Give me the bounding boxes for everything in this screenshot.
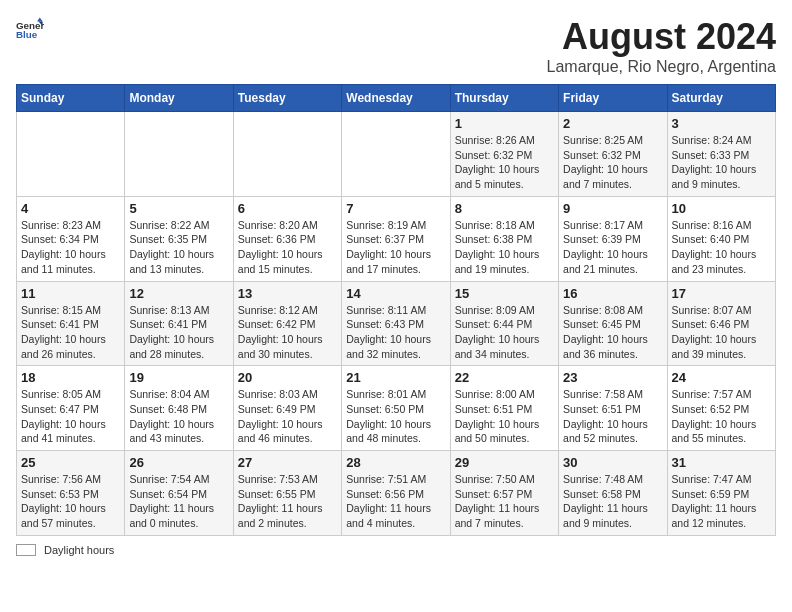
calendar-cell: 4Sunrise: 8:23 AM Sunset: 6:34 PM Daylig… [17,196,125,281]
day-of-week-header: Saturday [667,85,775,112]
calendar-cell: 21Sunrise: 8:01 AM Sunset: 6:50 PM Dayli… [342,366,450,451]
day-detail: Sunrise: 8:07 AM Sunset: 6:46 PM Dayligh… [672,303,771,362]
calendar-cell [17,112,125,197]
day-number: 18 [21,370,120,385]
day-detail: Sunrise: 8:24 AM Sunset: 6:33 PM Dayligh… [672,133,771,192]
day-detail: Sunrise: 7:53 AM Sunset: 6:55 PM Dayligh… [238,472,337,531]
calendar-cell: 12Sunrise: 8:13 AM Sunset: 6:41 PM Dayli… [125,281,233,366]
calendar-cell: 14Sunrise: 8:11 AM Sunset: 6:43 PM Dayli… [342,281,450,366]
legend-label: Daylight hours [44,544,114,556]
day-number: 3 [672,116,771,131]
day-number: 4 [21,201,120,216]
day-number: 31 [672,455,771,470]
legend-box [16,544,36,556]
calendar-cell: 5Sunrise: 8:22 AM Sunset: 6:35 PM Daylig… [125,196,233,281]
day-detail: Sunrise: 8:13 AM Sunset: 6:41 PM Dayligh… [129,303,228,362]
day-detail: Sunrise: 7:51 AM Sunset: 6:56 PM Dayligh… [346,472,445,531]
day-detail: Sunrise: 8:16 AM Sunset: 6:40 PM Dayligh… [672,218,771,277]
calendar-week-row: 18Sunrise: 8:05 AM Sunset: 6:47 PM Dayli… [17,366,776,451]
calendar-cell: 3Sunrise: 8:24 AM Sunset: 6:33 PM Daylig… [667,112,775,197]
day-detail: Sunrise: 8:20 AM Sunset: 6:36 PM Dayligh… [238,218,337,277]
logo: General Blue [16,16,44,44]
day-detail: Sunrise: 8:12 AM Sunset: 6:42 PM Dayligh… [238,303,337,362]
calendar-week-row: 4Sunrise: 8:23 AM Sunset: 6:34 PM Daylig… [17,196,776,281]
day-number: 16 [563,286,662,301]
day-number: 17 [672,286,771,301]
day-detail: Sunrise: 8:26 AM Sunset: 6:32 PM Dayligh… [455,133,554,192]
calendar-cell: 15Sunrise: 8:09 AM Sunset: 6:44 PM Dayli… [450,281,558,366]
day-detail: Sunrise: 7:58 AM Sunset: 6:51 PM Dayligh… [563,387,662,446]
page-header: General Blue August 2024 Lamarque, Rio N… [16,16,776,76]
calendar-cell: 29Sunrise: 7:50 AM Sunset: 6:57 PM Dayli… [450,451,558,536]
day-number: 12 [129,286,228,301]
header-row: SundayMondayTuesdayWednesdayThursdayFrid… [17,85,776,112]
day-detail: Sunrise: 7:54 AM Sunset: 6:54 PM Dayligh… [129,472,228,531]
day-detail: Sunrise: 8:11 AM Sunset: 6:43 PM Dayligh… [346,303,445,362]
main-title: August 2024 [547,16,776,58]
day-number: 19 [129,370,228,385]
day-number: 13 [238,286,337,301]
day-of-week-header: Thursday [450,85,558,112]
day-detail: Sunrise: 8:22 AM Sunset: 6:35 PM Dayligh… [129,218,228,277]
day-detail: Sunrise: 7:48 AM Sunset: 6:58 PM Dayligh… [563,472,662,531]
calendar-cell: 18Sunrise: 8:05 AM Sunset: 6:47 PM Dayli… [17,366,125,451]
day-detail: Sunrise: 8:15 AM Sunset: 6:41 PM Dayligh… [21,303,120,362]
calendar-cell [233,112,341,197]
day-detail: Sunrise: 7:47 AM Sunset: 6:59 PM Dayligh… [672,472,771,531]
day-detail: Sunrise: 8:23 AM Sunset: 6:34 PM Dayligh… [21,218,120,277]
day-number: 28 [346,455,445,470]
day-number: 6 [238,201,337,216]
day-number: 29 [455,455,554,470]
day-number: 9 [563,201,662,216]
calendar-cell: 17Sunrise: 8:07 AM Sunset: 6:46 PM Dayli… [667,281,775,366]
day-detail: Sunrise: 8:01 AM Sunset: 6:50 PM Dayligh… [346,387,445,446]
day-number: 30 [563,455,662,470]
day-of-week-header: Sunday [17,85,125,112]
day-number: 7 [346,201,445,216]
day-number: 24 [672,370,771,385]
day-detail: Sunrise: 8:04 AM Sunset: 6:48 PM Dayligh… [129,387,228,446]
calendar-cell: 31Sunrise: 7:47 AM Sunset: 6:59 PM Dayli… [667,451,775,536]
day-detail: Sunrise: 8:03 AM Sunset: 6:49 PM Dayligh… [238,387,337,446]
title-block: August 2024 Lamarque, Rio Negro, Argenti… [547,16,776,76]
calendar-table: SundayMondayTuesdayWednesdayThursdayFrid… [16,84,776,536]
calendar-cell [125,112,233,197]
day-number: 15 [455,286,554,301]
day-number: 11 [21,286,120,301]
calendar-cell: 2Sunrise: 8:25 AM Sunset: 6:32 PM Daylig… [559,112,667,197]
day-detail: Sunrise: 8:09 AM Sunset: 6:44 PM Dayligh… [455,303,554,362]
logo-icon: General Blue [16,16,44,44]
calendar-cell: 19Sunrise: 8:04 AM Sunset: 6:48 PM Dayli… [125,366,233,451]
day-of-week-header: Monday [125,85,233,112]
subtitle: Lamarque, Rio Negro, Argentina [547,58,776,76]
calendar-header: SundayMondayTuesdayWednesdayThursdayFrid… [17,85,776,112]
day-detail: Sunrise: 8:17 AM Sunset: 6:39 PM Dayligh… [563,218,662,277]
day-of-week-header: Tuesday [233,85,341,112]
calendar-cell: 10Sunrise: 8:16 AM Sunset: 6:40 PM Dayli… [667,196,775,281]
calendar-body: 1Sunrise: 8:26 AM Sunset: 6:32 PM Daylig… [17,112,776,536]
footer: Daylight hours [16,544,776,556]
calendar-cell: 30Sunrise: 7:48 AM Sunset: 6:58 PM Dayli… [559,451,667,536]
calendar-cell: 28Sunrise: 7:51 AM Sunset: 6:56 PM Dayli… [342,451,450,536]
day-of-week-header: Wednesday [342,85,450,112]
calendar-cell: 8Sunrise: 8:18 AM Sunset: 6:38 PM Daylig… [450,196,558,281]
day-number: 10 [672,201,771,216]
calendar-cell: 1Sunrise: 8:26 AM Sunset: 6:32 PM Daylig… [450,112,558,197]
calendar-cell: 13Sunrise: 8:12 AM Sunset: 6:42 PM Dayli… [233,281,341,366]
day-detail: Sunrise: 8:08 AM Sunset: 6:45 PM Dayligh… [563,303,662,362]
day-detail: Sunrise: 7:56 AM Sunset: 6:53 PM Dayligh… [21,472,120,531]
day-number: 23 [563,370,662,385]
calendar-cell [342,112,450,197]
day-number: 1 [455,116,554,131]
day-detail: Sunrise: 7:50 AM Sunset: 6:57 PM Dayligh… [455,472,554,531]
day-detail: Sunrise: 8:19 AM Sunset: 6:37 PM Dayligh… [346,218,445,277]
calendar-cell: 27Sunrise: 7:53 AM Sunset: 6:55 PM Dayli… [233,451,341,536]
day-number: 25 [21,455,120,470]
calendar-cell: 23Sunrise: 7:58 AM Sunset: 6:51 PM Dayli… [559,366,667,451]
calendar-cell: 11Sunrise: 8:15 AM Sunset: 6:41 PM Dayli… [17,281,125,366]
calendar-cell: 9Sunrise: 8:17 AM Sunset: 6:39 PM Daylig… [559,196,667,281]
calendar-week-row: 1Sunrise: 8:26 AM Sunset: 6:32 PM Daylig… [17,112,776,197]
day-of-week-header: Friday [559,85,667,112]
day-number: 27 [238,455,337,470]
day-detail: Sunrise: 8:00 AM Sunset: 6:51 PM Dayligh… [455,387,554,446]
